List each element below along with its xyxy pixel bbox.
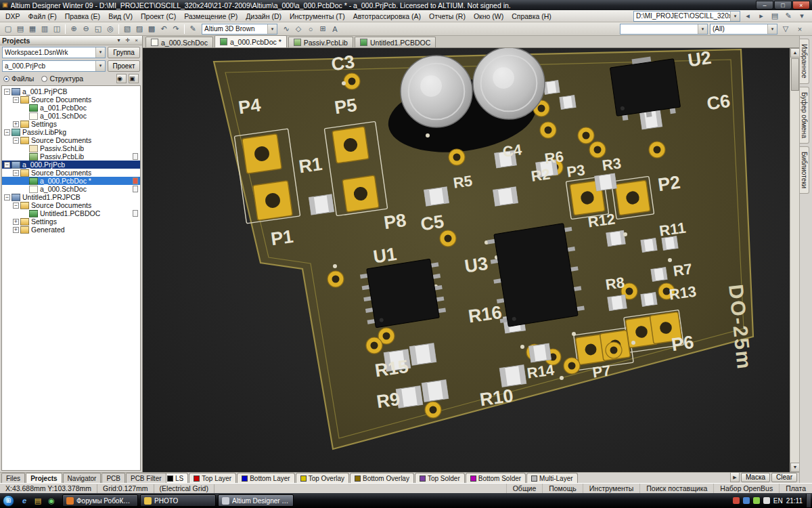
tree-item-passiv-pcblib[interactable]: Passiv.PcbLib	[2, 152, 140, 161]
dropdown-arrow-icon[interactable]	[95, 61, 105, 71]
via-pad[interactable]	[425, 402, 441, 418]
dropdown-arrow-icon[interactable]	[267, 24, 277, 34]
explorer-icon[interactable]	[32, 495, 43, 506]
place-component-icon[interactable]	[292, 23, 304, 35]
copy-icon[interactable]	[133, 23, 145, 35]
panel-menu-icon[interactable]	[115, 37, 122, 43]
menu-item-размещение-p[interactable]: Размещение (P)	[180, 11, 242, 22]
tree-item-source-documents[interactable]: −Source Documents	[2, 169, 140, 177]
mask-level-button[interactable]: Маска	[741, 473, 770, 482]
layer-tab-top-solder[interactable]: Top Solder	[415, 473, 465, 483]
through-hole-pad[interactable]	[342, 175, 379, 212]
smd-component[interactable]	[499, 365, 526, 387]
doc-tab-a-000-pcbdoc[interactable]: a_000.PcbDoc *	[215, 35, 287, 47]
via-pad[interactable]	[540, 122, 556, 138]
smd-component[interactable]	[608, 295, 627, 310]
menu-item-инструменты-t[interactable]: Инструменты (T)	[286, 11, 349, 22]
undo-icon[interactable]	[158, 23, 170, 35]
v-scroll-thumb[interactable]	[791, 58, 799, 91]
project-path-combo[interactable]: D:\MI_PROJECT\OSCILL_320x240\2	[633, 11, 740, 22]
paste-icon[interactable]	[145, 23, 158, 35]
menu-item-окно-w[interactable]: Окно (W)	[470, 11, 508, 22]
via-pad[interactable]	[449, 149, 465, 165]
right-tab-библиотеки[interactable]: Библиотеки	[800, 146, 809, 194]
via-pad[interactable]	[440, 230, 456, 247]
scroll-up-icon[interactable]	[790, 48, 800, 58]
menu-item-файл-f[interactable]: Файл (F)	[24, 11, 61, 22]
open-document-icon[interactable]	[14, 23, 26, 35]
nav-back-icon[interactable]	[742, 10, 754, 22]
panel-tab-pcb-filter[interactable]: PCB Filter	[126, 473, 166, 483]
structure-radio[interactable]: Структура	[41, 75, 83, 83]
tree-item-passiv-libpkg[interactable]: −Passiv.LibPkg	[2, 128, 140, 136]
expand-icon[interactable]: +	[13, 121, 19, 127]
project-combo[interactable]: a_000.PrjPcb	[2, 60, 106, 72]
scroll-right-icon[interactable]	[730, 472, 740, 482]
tray-network-icon[interactable]	[743, 497, 750, 504]
via-pad[interactable]	[649, 142, 665, 158]
layer-tab-bottom-layer[interactable]: Bottom Layer	[237, 473, 294, 483]
layer-tab-bottom-solder[interactable]: Bottom Solder	[466, 473, 526, 483]
zoom-area-icon[interactable]	[92, 23, 104, 35]
status-panel-инструменты[interactable]: Инструменты	[583, 484, 639, 494]
clock[interactable]: 21:11	[786, 497, 803, 505]
tree-item-a-000-pcbdoc[interactable]: a_000.PcbDoc *	[2, 177, 140, 185]
status-panel-набор-openbus[interactable]: Набор OpenBus	[713, 484, 779, 494]
electrolytic-capacitor[interactable]	[473, 48, 545, 119]
layer-tab-top-layer[interactable]: Top Layer	[189, 473, 236, 483]
collapse-icon[interactable]: −	[13, 97, 19, 103]
tree-item-a-000-prjpcb[interactable]: −a_000.PrjPcb	[2, 161, 140, 169]
taskbar-app-photo[interactable]: PHOTO	[140, 494, 216, 507]
tree-item-a-000-schdoc[interactable]: a_000.SchDoc	[2, 185, 140, 193]
through-hole-pad[interactable]	[253, 181, 293, 221]
panel-tab-files[interactable]: Files	[1, 473, 25, 483]
tree-item-untitled1-pcbdoc[interactable]: Untitled1.PCBDOC	[2, 209, 140, 217]
menu-item-справка-h[interactable]: Справка (H)	[508, 11, 556, 22]
minimize-button[interactable]	[756, 1, 773, 9]
tray-update-icon[interactable]	[753, 497, 760, 504]
clear-button[interactable]: Clear	[771, 473, 797, 482]
smd-component[interactable]	[528, 343, 551, 362]
pcb-3d-canvas[interactable]: C3P4P5U2C6R1R5C4R6R2P3R3P2P1P8C5U1U3R12R…	[143, 48, 790, 472]
menu-item-вид-v[interactable]: Вид (V)	[104, 11, 137, 22]
workspace-combo[interactable]: Workspace1.DsnWrk	[2, 47, 106, 58]
layer-tab-multi-layer[interactable]: Multi-Layer	[526, 473, 577, 483]
files-radio[interactable]: Файлы	[3, 75, 34, 83]
dropdown-arrow-icon[interactable]	[95, 47, 105, 58]
through-hole-pad[interactable]	[242, 134, 282, 174]
tree-item-generated[interactable]: +Generated	[2, 226, 140, 234]
tree-item-untitled1-prjpcb[interactable]: −Untitled1.PRJPCB	[2, 193, 140, 201]
layer-tab-top-overlay[interactable]: Top Overlay	[296, 473, 349, 483]
filter-combo[interactable]	[620, 24, 708, 35]
right-tab-буфер-обмена[interactable]: Буфер обмена	[800, 87, 809, 144]
via-pad[interactable]	[606, 342, 622, 358]
panel-tab-navigator[interactable]: Navigator	[63, 473, 102, 483]
menu-item-автотрассировка-a[interactable]: Автотрассировка (A)	[349, 11, 425, 22]
expand-icon[interactable]: +	[13, 219, 19, 225]
tree-item-a-001-schdoc[interactable]: a_001.SchDoc	[2, 112, 140, 120]
clear-filter-icon[interactable]	[794, 23, 806, 35]
menubar-more-icon[interactable]	[796, 10, 808, 22]
menu-item-dxp[interactable]: DXP	[1, 11, 24, 22]
workspace-group-button[interactable]: Группа	[108, 47, 140, 58]
scroll-down-icon[interactable]	[790, 463, 800, 472]
start-button[interactable]	[3, 495, 14, 507]
doc-tab-a-000-schdoc[interactable]: a_000.SchDoc	[145, 37, 213, 47]
open-project-icon[interactable]	[769, 10, 781, 22]
menu-item-отчеты-r[interactable]: Отчеты (R)	[425, 11, 470, 22]
status-panel-поиск-поставщика[interactable]: Поиск поставщика	[639, 484, 713, 494]
layer-set-tab[interactable]: LS	[162, 473, 188, 483]
smd-component[interactable]	[560, 96, 576, 110]
collapse-icon[interactable]: −	[4, 162, 10, 168]
right-tab-избранное[interactable]: Избранное	[800, 39, 809, 84]
vertical-scrollbar[interactable]	[790, 48, 799, 472]
pin-icon[interactable]	[124, 37, 131, 43]
sync-view-icon[interactable]	[116, 74, 127, 83]
status-panel-общие[interactable]: Общие	[506, 484, 543, 494]
panel-tab-pcb[interactable]: PCB	[102, 473, 125, 483]
doc-tab-passiv-pcblib[interactable]: Passiv.PcbLib	[288, 37, 353, 47]
print-preview-icon[interactable]	[51, 23, 63, 35]
via-pad[interactable]	[578, 127, 594, 144]
tree-item-source-documents[interactable]: −Source Documents	[2, 136, 140, 144]
smd-component[interactable]	[409, 343, 436, 366]
